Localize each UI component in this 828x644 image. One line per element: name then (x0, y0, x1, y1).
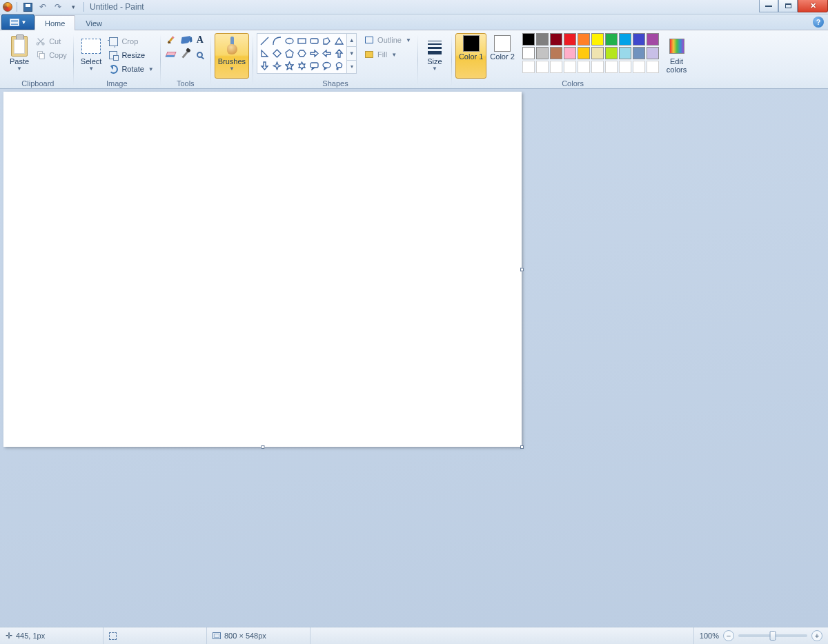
shape-diamond[interactable] (271, 48, 283, 59)
rotate-label: Rotate (121, 65, 144, 73)
color-picker-tool[interactable] (179, 48, 193, 61)
zoom-slider[interactable] (738, 634, 807, 637)
palette-custom-slot[interactable] (522, 61, 535, 73)
tab-view[interactable]: View (75, 15, 112, 30)
palette-swatch[interactable] (591, 47, 604, 59)
eraser-tool[interactable] (164, 48, 178, 61)
text-tool[interactable]: A (193, 33, 207, 47)
resize-handle-east[interactable] (520, 268, 524, 271)
brushes-button[interactable]: Brushes ▼ (215, 33, 249, 79)
shape-rectangle[interactable] (296, 35, 308, 47)
palette-swatch[interactable] (536, 33, 549, 46)
palette-swatch[interactable] (550, 33, 562, 46)
palette-swatch[interactable] (578, 33, 590, 46)
qat-customize[interactable]: ▾ (67, 1, 79, 13)
minimize-button[interactable] (759, 0, 778, 12)
shape-6star[interactable] (296, 60, 308, 72)
shape-arrow-right[interactable] (308, 48, 320, 59)
redo-icon: ↷ (55, 2, 61, 12)
tab-home[interactable]: Home (34, 15, 75, 30)
palette-swatch[interactable] (605, 33, 618, 46)
magnifier-tool[interactable] (193, 48, 207, 61)
palette-swatch[interactable] (647, 47, 659, 59)
canvas-workarea[interactable] (0, 89, 828, 627)
palette-swatch[interactable] (633, 47, 645, 59)
palette-swatch[interactable] (522, 47, 535, 59)
shape-curve[interactable] (271, 35, 283, 47)
shape-arrow-up[interactable] (333, 48, 345, 59)
svg-rect-6 (310, 39, 318, 43)
maximize-button[interactable] (778, 0, 798, 12)
palette-swatch[interactable] (619, 47, 631, 59)
shape-outline-button[interactable]: Outline ▼ (361, 33, 414, 47)
shape-callout-oval[interactable] (321, 60, 333, 72)
palette-swatch[interactable] (591, 33, 604, 46)
help-button[interactable]: ? (813, 17, 824, 28)
palette-custom-slot[interactable] (619, 61, 631, 73)
zoom-slider-thumb[interactable] (770, 631, 776, 641)
redo-button[interactable]: ↷ (52, 1, 64, 13)
resize-handle-southeast[interactable] (520, 445, 524, 449)
shapes-gallery[interactable] (257, 33, 347, 74)
palette-custom-slot[interactable] (633, 61, 645, 73)
palette-custom-slot[interactable] (605, 61, 618, 73)
palette-swatch[interactable] (522, 33, 535, 46)
palette-swatch[interactable] (550, 47, 562, 59)
copy-button[interactable]: Copy (32, 48, 70, 62)
color1-button[interactable]: Color 1 (455, 33, 486, 79)
palette-swatch[interactable] (633, 33, 645, 46)
palette-swatch[interactable] (578, 47, 590, 59)
fill-tool[interactable] (179, 33, 193, 47)
palette-swatch[interactable] (605, 47, 618, 59)
shape-arrow-down[interactable] (259, 60, 270, 72)
resize-button[interactable]: Resize (105, 48, 156, 62)
shape-fill-button[interactable]: Fill ▼ (361, 48, 414, 61)
palette-swatch[interactable] (564, 47, 576, 59)
gallery-scroll-up[interactable]: ▲ (347, 34, 356, 47)
status-zoom: 100% − + (694, 630, 828, 641)
zoom-out-button[interactable]: − (723, 630, 734, 641)
shape-pentagon[interactable] (284, 48, 295, 59)
shape-arrow-left[interactable] (321, 48, 333, 59)
rotate-button[interactable]: Rotate ▼ (105, 62, 156, 76)
shape-rounded-rectangle[interactable] (308, 35, 320, 47)
zoom-in-button[interactable]: + (811, 630, 822, 641)
undo-button[interactable]: ↶ (37, 1, 49, 13)
shape-line[interactable] (259, 35, 270, 47)
palette-swatch[interactable] (647, 33, 659, 46)
edit-colors-button[interactable]: Edit colors (663, 33, 690, 79)
palette-swatch[interactable] (536, 47, 549, 59)
palette-custom-slot[interactable] (578, 61, 590, 73)
paste-button[interactable]: Paste ▼ (6, 33, 32, 79)
file-menu-button[interactable]: ▼ (1, 14, 34, 30)
save-button[interactable] (21, 1, 34, 13)
shape-oval[interactable] (284, 35, 295, 47)
status-canvas-size: 800 × 548px (207, 627, 310, 644)
gallery-expand[interactable]: ▾ (347, 61, 356, 73)
pencil-tool[interactable] (164, 33, 178, 47)
crop-button[interactable]: Crop (105, 34, 156, 48)
palette-swatch[interactable] (619, 33, 631, 46)
shape-triangle[interactable] (333, 35, 345, 47)
size-button[interactable]: Size ▼ (422, 33, 448, 79)
shape-callout-rounded[interactable] (308, 60, 320, 72)
cut-button[interactable]: Cut (32, 34, 70, 48)
shape-right-triangle[interactable] (259, 48, 270, 59)
shape-5star[interactable] (284, 60, 295, 72)
shape-hexagon[interactable] (296, 48, 308, 59)
shape-polygon[interactable] (321, 35, 333, 47)
palette-custom-slot[interactable] (647, 61, 659, 73)
palette-swatch[interactable] (564, 33, 576, 46)
select-button[interactable]: Select ▼ (77, 33, 106, 79)
palette-custom-slot[interactable] (550, 61, 562, 73)
color2-button[interactable]: Color 2 (486, 33, 518, 79)
gallery-scroll-down[interactable]: ▼ (347, 47, 356, 60)
palette-custom-slot[interactable] (564, 61, 576, 73)
palette-custom-slot[interactable] (591, 61, 604, 73)
palette-custom-slot[interactable] (536, 61, 549, 73)
close-button[interactable]: ✕ (798, 0, 828, 12)
shape-callout-cloud[interactable] (333, 60, 345, 72)
resize-handle-south[interactable] (261, 445, 264, 449)
drawing-canvas[interactable] (3, 92, 522, 447)
shape-4star[interactable] (271, 60, 283, 72)
